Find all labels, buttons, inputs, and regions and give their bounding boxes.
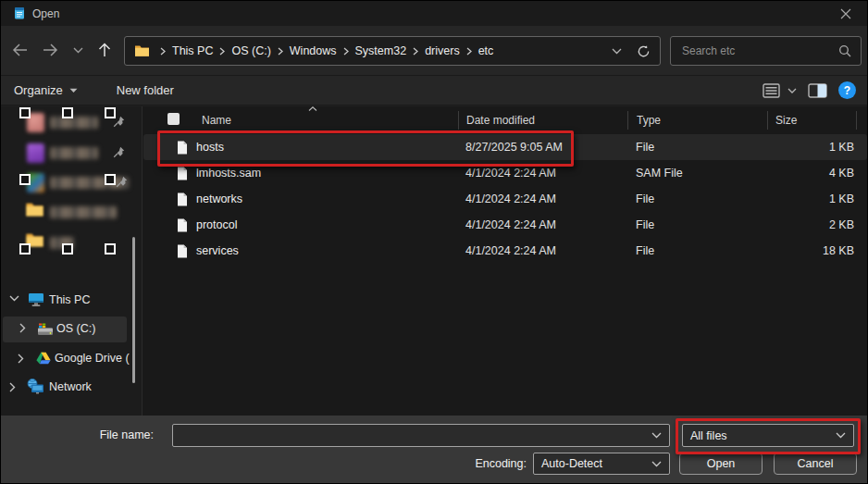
column-divider[interactable]	[767, 111, 768, 130]
cancel-button[interactable]: Cancel	[774, 453, 857, 475]
pin-icon	[116, 176, 128, 188]
file-row-protocol[interactable]: protocol 4/1/2024 2:24 AM File 2 KB	[143, 212, 867, 238]
file-type: File	[636, 244, 791, 257]
content-area: This PC OS (C:)	[1, 106, 867, 416]
navigation-bar: This PC OS (C:) Windows System32 drivers…	[1, 26, 867, 76]
details-view-icon[interactable]	[763, 83, 780, 98]
folder-icon	[134, 44, 150, 57]
new-folder-label: New folder	[117, 83, 174, 97]
chevron-right-icon[interactable]	[19, 323, 26, 333]
file-icon	[177, 218, 188, 232]
column-header-type[interactable]: Type	[637, 114, 661, 127]
sidebar-item-google-drive[interactable]: Google Drive (	[1, 346, 142, 372]
file-icon	[177, 167, 188, 180]
view-options-chevron-icon[interactable]	[787, 88, 797, 93]
search-input[interactable]	[680, 43, 838, 58]
file-type: SAM File	[636, 167, 791, 180]
column-header-date[interactable]: Date modified	[466, 114, 535, 127]
column-divider[interactable]	[856, 111, 857, 130]
help-icon[interactable]: ?	[838, 81, 856, 99]
file-date: 4/1/2024 2:24 AM	[465, 167, 636, 180]
file-row-services[interactable]: services 4/1/2024 2:24 AM File 18 KB	[143, 238, 867, 264]
open-dialog-window: Open This PC	[0, 0, 868, 484]
column-header-name[interactable]: Name	[202, 114, 231, 127]
file-name: hosts	[196, 141, 224, 154]
breadcrumb-etc[interactable]: etc	[478, 44, 494, 57]
up-button[interactable]	[92, 35, 118, 65]
file-size: 4 KB	[791, 167, 854, 180]
address-dropdown-chevron-icon[interactable]	[612, 48, 622, 55]
os-c-drive-icon	[37, 323, 54, 336]
chevron-right-icon[interactable]	[9, 382, 16, 392]
file-size: 1 KB	[791, 141, 854, 154]
file-name: networks	[196, 192, 242, 205]
encoding-combobox[interactable]: Auto-Detect	[533, 453, 670, 475]
breadcrumb-os-c[interactable]: OS (C:)	[231, 44, 270, 57]
network-icon	[27, 379, 44, 394]
file-list: Name Date modified Type Size hosts 8/27/…	[143, 106, 867, 416]
sidebar-item-this-pc[interactable]: This PC	[1, 288, 142, 314]
organize-button[interactable]: Organize	[14, 83, 78, 97]
sidebar-item-os-c[interactable]: OS (C:)	[3, 316, 127, 342]
open-button[interactable]: Open	[679, 453, 763, 475]
redacted-icon	[27, 143, 44, 163]
notepad-icon	[12, 6, 27, 20]
redacted-label	[50, 117, 98, 129]
file-name: services	[196, 244, 239, 257]
back-button[interactable]	[6, 35, 32, 65]
breadcrumb-separator-icon	[160, 47, 166, 56]
address-bar[interactable]: This PC OS (C:) Windows System32 drivers…	[124, 36, 661, 66]
column-divider[interactable]	[458, 111, 459, 130]
dropdown-triangle-icon	[69, 88, 78, 93]
file-row-lmhosts[interactable]: lmhosts.sam 4/1/2024 2:24 AM SAM File 4 …	[143, 160, 867, 186]
preview-pane-icon[interactable]	[808, 83, 827, 98]
selection-handle	[62, 243, 73, 254]
new-folder-button[interactable]: New folder	[117, 83, 174, 97]
quick-access-item-redacted[interactable]	[1, 200, 143, 226]
file-name-combobox[interactable]	[172, 424, 670, 447]
column-header-size[interactable]: Size	[775, 114, 797, 127]
file-name-input[interactable]	[180, 428, 651, 443]
file-date: 4/1/2024 2:24 AM	[465, 244, 636, 257]
sidebar-scrollbar[interactable]	[132, 237, 135, 383]
file-row-hosts[interactable]: hosts 8/27/2025 9:05 AM File 1 KB	[143, 134, 867, 160]
breadcrumb-this-pc[interactable]: This PC	[172, 44, 213, 57]
select-all-checkbox[interactable]	[167, 113, 180, 125]
forward-button[interactable]	[37, 35, 63, 65]
file-size: 1 KB	[791, 192, 854, 205]
file-type: File	[636, 218, 791, 231]
search-box[interactable]	[670, 36, 862, 66]
breadcrumb-separator-icon	[466, 47, 472, 56]
breadcrumb-windows[interactable]: Windows	[290, 44, 337, 57]
chevron-down-icon[interactable]	[836, 432, 846, 439]
breadcrumb-separator-icon	[343, 47, 349, 56]
file-type: File	[636, 141, 791, 154]
window-title: Open	[32, 7, 59, 20]
chevron-down-icon[interactable]	[651, 432, 662, 439]
file-name: lmhosts.sam	[196, 167, 261, 180]
sort-ascending-icon	[308, 106, 317, 111]
recent-locations-chevron[interactable]	[68, 35, 88, 65]
folder-icon	[25, 202, 44, 217]
close-button[interactable]	[832, 3, 860, 24]
search-icon[interactable]	[838, 44, 851, 57]
chevron-right-icon[interactable]	[18, 354, 24, 364]
selection-handle	[19, 174, 31, 185]
chevron-down-icon[interactable]	[651, 461, 662, 467]
redacted-label	[50, 206, 117, 218]
selection-handle	[105, 107, 116, 118]
file-type-combobox[interactable]: All files	[682, 424, 854, 447]
file-row-networks[interactable]: networks 4/1/2024 2:24 AM File 1 KB	[143, 186, 867, 212]
breadcrumb-system32[interactable]: System32	[355, 44, 407, 57]
refresh-icon[interactable]	[637, 44, 651, 58]
breadcrumb-drivers[interactable]: drivers	[425, 44, 460, 57]
quick-access-item-redacted[interactable]	[1, 141, 143, 167]
chevron-down-icon[interactable]	[9, 295, 19, 302]
column-divider[interactable]	[627, 111, 628, 130]
encoding-label: Encoding:	[445, 457, 527, 470]
file-name-label: File name:	[89, 428, 154, 441]
breadcrumb-separator-icon	[413, 47, 418, 56]
sidebar-item-network[interactable]: Network	[1, 375, 142, 401]
file-date: 4/1/2024 2:24 AM	[465, 218, 636, 231]
sidebar-label-os-c: OS (C:)	[56, 322, 95, 335]
